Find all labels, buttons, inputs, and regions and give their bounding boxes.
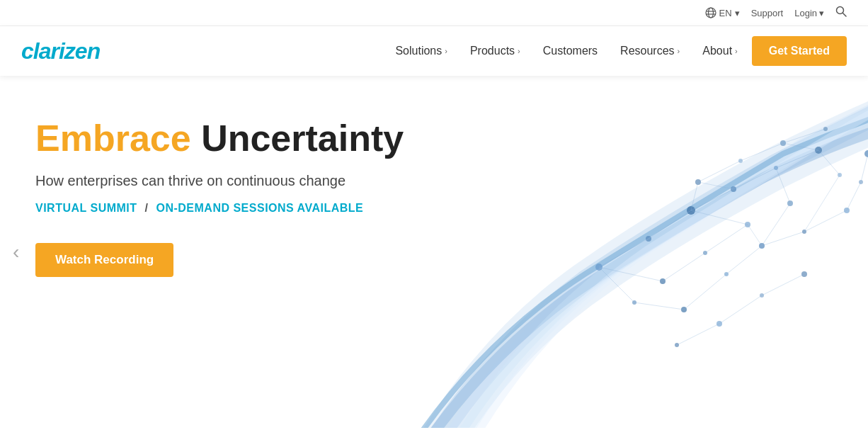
- svg-point-26: [760, 293, 764, 298]
- svg-point-9: [731, 186, 736, 192]
- svg-point-23: [859, 180, 863, 184]
- svg-line-55: [762, 274, 804, 295]
- svg-line-63: [748, 225, 762, 246]
- logo[interactable]: clarizen: [21, 38, 100, 64]
- svg-point-6: [595, 264, 603, 271]
- svg-point-21: [802, 230, 806, 234]
- svg-point-28: [864, 150, 868, 157]
- solutions-chevron: ›: [445, 47, 447, 55]
- nav-item-customers[interactable]: Customers: [535, 39, 606, 63]
- hero-tags: VIRTUAL SUMMIT / ON-DEMAND SESSIONS AVAI…: [35, 202, 404, 215]
- svg-line-45: [726, 246, 762, 274]
- lang-label: EN: [719, 8, 732, 18]
- svg-line-5: [843, 13, 847, 17]
- svg-point-27: [801, 271, 807, 277]
- svg-line-62: [698, 182, 733, 189]
- svg-line-53: [741, 143, 783, 161]
- nav-item-solutions[interactable]: Solutions ›: [387, 39, 456, 63]
- svg-point-8: [687, 206, 695, 215]
- svg-line-40: [663, 253, 705, 281]
- about-chevron: ›: [735, 47, 738, 55]
- svg-line-33: [599, 239, 649, 267]
- svg-line-43: [818, 150, 840, 175]
- svg-point-17: [632, 300, 636, 305]
- svg-line-58: [634, 302, 684, 310]
- lang-chevron: ▾: [735, 8, 740, 18]
- nav-item-products[interactable]: Products ›: [462, 39, 529, 63]
- svg-point-22: [844, 208, 850, 213]
- svg-point-0: [706, 8, 716, 18]
- svg-line-34: [649, 210, 691, 239]
- login-label: Login: [794, 8, 817, 18]
- tag-ondemand-sessions: ON-DEMAND SESSIONS AVAILABLE: [156, 202, 363, 214]
- svg-line-47: [804, 210, 847, 232]
- svg-point-19: [724, 272, 729, 276]
- svg-line-61: [783, 143, 818, 150]
- svg-line-52: [698, 161, 741, 182]
- utility-bar: EN ▾ Support Login ▾: [0, 0, 868, 26]
- hero-title-uncertainty: Uncertainty: [191, 118, 404, 159]
- login-container[interactable]: Login ▾: [794, 8, 824, 18]
- svg-line-36: [733, 168, 776, 189]
- svg-point-14: [660, 278, 666, 284]
- get-started-button[interactable]: Get Started: [752, 36, 847, 66]
- svg-line-48: [847, 182, 861, 210]
- svg-line-46: [684, 274, 726, 310]
- svg-line-51: [691, 182, 698, 210]
- main-nav: clarizen Solutions › Products › Customer…: [0, 26, 868, 76]
- svg-point-10: [774, 166, 778, 170]
- tag-separator: /: [145, 202, 149, 214]
- svg-point-12: [745, 222, 750, 227]
- svg-point-7: [646, 236, 651, 242]
- svg-line-50: [762, 232, 804, 246]
- svg-point-31: [780, 140, 786, 146]
- hero-title: Embrace Uncertainty: [35, 118, 404, 159]
- hero-subtitle: How enterprises can thrive on continuous…: [35, 173, 404, 189]
- svg-line-57: [677, 324, 719, 345]
- language-selector[interactable]: EN ▾: [705, 7, 740, 18]
- watch-recording-button[interactable]: Watch Recording: [35, 243, 173, 277]
- svg-line-39: [705, 225, 748, 253]
- svg-line-44: [762, 203, 790, 246]
- svg-line-54: [783, 129, 826, 143]
- hero-visual: [351, 76, 868, 428]
- hero-content: Embrace Uncertainty How enterprises can …: [35, 118, 404, 277]
- nav-item-resources[interactable]: Resources ›: [612, 39, 688, 63]
- support-link[interactable]: Support: [751, 8, 784, 18]
- products-chevron: ›: [518, 47, 520, 55]
- nav-links: Solutions › Products › Customers Resourc…: [387, 36, 847, 66]
- svg-line-38: [691, 210, 748, 225]
- svg-line-37: [776, 150, 818, 168]
- svg-point-1: [708, 8, 713, 18]
- hero-section: ‹ Embrace Uncertainty How enterprises ca…: [0, 76, 868, 428]
- svg-point-20: [759, 243, 765, 249]
- svg-line-35: [691, 189, 733, 210]
- svg-line-60: [804, 175, 840, 232]
- svg-point-29: [695, 179, 701, 185]
- svg-point-11: [815, 147, 822, 154]
- nav-item-about[interactable]: About ›: [694, 39, 746, 63]
- svg-point-13: [703, 251, 707, 255]
- svg-line-49: [861, 154, 868, 182]
- svg-line-56: [719, 295, 762, 324]
- svg-point-16: [838, 173, 842, 177]
- tag-virtual-summit: VIRTUAL SUMMIT: [35, 202, 137, 214]
- svg-point-18: [681, 307, 687, 312]
- svg-point-25: [716, 321, 722, 327]
- resources-chevron: ›: [678, 47, 680, 55]
- login-chevron: ▾: [819, 8, 824, 18]
- svg-line-41: [599, 267, 663, 281]
- svg-point-30: [738, 159, 743, 163]
- carousel-prev-button[interactable]: ‹: [7, 235, 25, 269]
- svg-line-59: [599, 267, 634, 302]
- hero-title-embrace: Embrace: [35, 118, 191, 159]
- svg-point-24: [675, 343, 679, 347]
- svg-point-15: [787, 200, 793, 206]
- svg-line-42: [776, 168, 790, 203]
- globe-icon: [705, 7, 716, 18]
- svg-point-32: [823, 127, 828, 131]
- search-icon[interactable]: [835, 6, 847, 20]
